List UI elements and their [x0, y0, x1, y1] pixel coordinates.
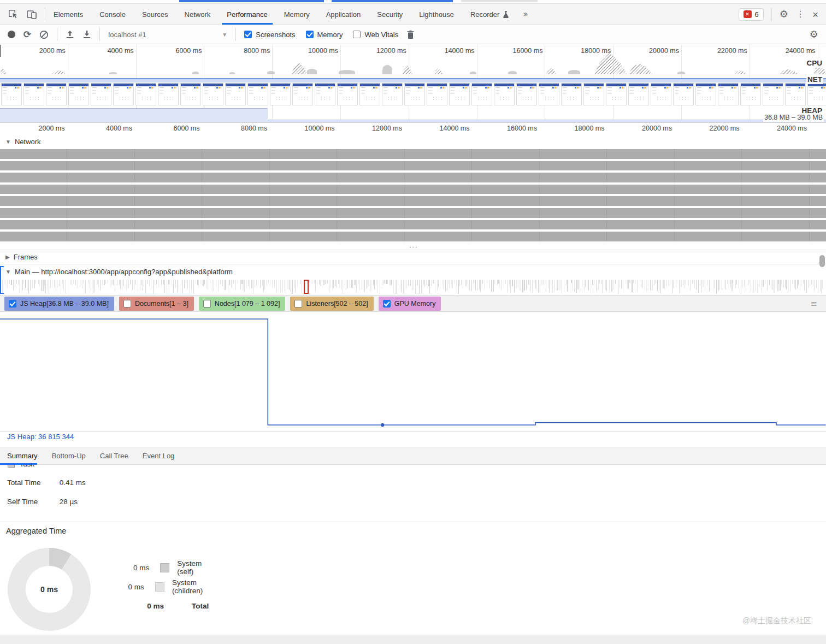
screenshot-thumbnail[interactable] [292, 83, 313, 105]
checkbox-box-memory[interactable] [306, 31, 314, 38]
tab-elements[interactable]: Elements [45, 4, 91, 25]
tab-recorder[interactable]: Recorder [462, 4, 517, 25]
screenshot-thumbnail[interactable] [718, 83, 739, 105]
screenshot-thumbnail[interactable] [113, 83, 134, 105]
screenshot-thumbnail[interactable] [449, 83, 470, 105]
network-request-row[interactable] [0, 208, 826, 218]
checkbox-web-vitals[interactable]: Web Vitals [353, 31, 398, 39]
checkbox-box-screenshots[interactable] [244, 31, 252, 38]
screenshot-thumbnail[interactable] [247, 83, 268, 105]
screenshot-thumbnail[interactable] [158, 83, 179, 105]
tab-performance[interactable]: Performance [219, 4, 275, 25]
screenshot-thumbnail[interactable] [225, 83, 246, 105]
screenshot-thumbnail[interactable] [673, 83, 694, 105]
network-requests-track[interactable] [0, 149, 826, 249]
more-tabs-button[interactable]: » [517, 9, 533, 19]
screenshot-thumbnail[interactable] [606, 83, 627, 105]
memory-counter-chart[interactable] [0, 312, 826, 432]
counter-checkbox[interactable] [9, 300, 16, 308]
screenshot-thumbnail[interactable] [359, 83, 380, 105]
screenshot-thumbnail[interactable] [516, 83, 537, 105]
load-profile-icon[interactable] [66, 30, 74, 39]
counter-chip-documents[interactable]: Documents[1 – 3] [119, 297, 194, 311]
js-heap-readout-link[interactable]: JS Heap: 36 815 344 [7, 433, 74, 441]
screenshot-thumbnail[interactable] [180, 83, 201, 105]
screenshot-thumbnail[interactable] [427, 83, 447, 105]
counter-checkbox[interactable] [123, 300, 131, 308]
screenshot-thumbnail[interactable] [23, 83, 44, 105]
screenshot-thumbnail[interactable] [539, 83, 559, 105]
network-request-row[interactable] [0, 220, 826, 230]
reload-and-record-icon[interactable]: ⟳ [23, 30, 31, 39]
vertical-scrollbar-thumb[interactable] [819, 255, 825, 267]
screenshot-thumbnail[interactable] [695, 83, 716, 105]
details-tab-summary[interactable]: Summary [0, 447, 45, 464]
screenshot-thumbnail[interactable] [404, 83, 425, 105]
legend-menu-icon[interactable]: ≡ [810, 299, 822, 309]
screenshot-thumbnail[interactable] [471, 83, 492, 105]
kebab-menu-icon[interactable]: ⋮ [796, 10, 805, 19]
tab-application[interactable]: Application [318, 4, 369, 25]
network-request-row[interactable] [0, 196, 826, 206]
timeline-overview[interactable]: 2000 ms4000 ms6000 ms8000 ms10000 ms1200… [0, 45, 826, 123]
tab-memory[interactable]: Memory [276, 4, 318, 25]
network-section-header[interactable]: ▼ Network [5, 138, 41, 146]
screenshot-thumbnail[interactable] [337, 83, 358, 105]
counter-chip-nodes[interactable]: Nodes[1 079 – 1 092] [199, 297, 286, 311]
device-toolbar-icon[interactable] [26, 9, 37, 20]
clear-recording-icon[interactable] [39, 30, 49, 39]
checkbox-screenshots[interactable]: Screenshots [244, 31, 295, 39]
network-request-row[interactable] [0, 149, 826, 159]
details-tab-event-log[interactable]: Event Log [135, 447, 182, 464]
screenshot-thumbnail[interactable] [583, 83, 604, 105]
frames-section-header[interactable]: ▶ Frames [5, 253, 38, 261]
counter-checkbox[interactable] [294, 300, 302, 308]
bottom-scrollbar-track[interactable] [0, 635, 826, 644]
close-devtools-icon[interactable]: × [812, 9, 818, 20]
tab-network[interactable]: Network [176, 4, 219, 25]
screenshot-thumbnail[interactable] [785, 83, 806, 105]
screenshot-thumbnail[interactable] [740, 83, 761, 105]
screenshot-thumbnail[interactable] [68, 83, 89, 105]
screenshot-thumbnail[interactable] [46, 83, 67, 105]
long-task-red-marker[interactable] [304, 280, 309, 294]
trash-icon[interactable] [406, 30, 415, 39]
checkbox-memory[interactable]: Memory [306, 31, 343, 39]
tab-lighthouse[interactable]: Lighthouse [411, 4, 462, 25]
details-tab-call-tree[interactable]: Call Tree [93, 447, 135, 464]
screenshot-thumbnail[interactable] [382, 83, 403, 105]
tab-sources[interactable]: Sources [134, 4, 176, 25]
main-section-header[interactable]: ▼ Main — http://localhost:3000/app/appco… [5, 268, 233, 276]
capture-settings-gear-icon[interactable]: ⚙ [810, 29, 818, 39]
inspect-element-icon[interactable] [8, 9, 19, 20]
screenshot-thumbnail[interactable] [315, 83, 335, 105]
screenshot-thumbnail[interactable] [494, 83, 515, 105]
settings-gear-icon[interactable]: ⚙ [780, 9, 788, 19]
screenshot-thumbnail[interactable] [135, 83, 156, 105]
tab-security[interactable]: Security [369, 4, 411, 25]
tab-console[interactable]: Console [91, 4, 134, 25]
counter-chip-js-heap[interactable]: JS Heap[36.8 MB – 39.0 MB] [4, 297, 114, 311]
checkbox-box-web-vitals[interactable] [353, 31, 361, 38]
counter-chip-listeners[interactable]: Listeners[502 – 502] [290, 297, 373, 311]
screenshot-thumbnail[interactable] [651, 83, 671, 105]
profile-select[interactable]: localhost #1 ▼ [108, 31, 227, 39]
console-errors-badge[interactable]: ✕ 6 [739, 8, 764, 21]
screenshot-thumbnail[interactable] [807, 83, 826, 105]
counter-chip-gpu-memory[interactable]: GPU Memory [379, 297, 441, 311]
main-thread-activity[interactable] [0, 280, 826, 294]
network-request-row[interactable] [0, 173, 826, 182]
details-tab-bottom-up[interactable]: Bottom-Up [45, 447, 93, 464]
counter-checkbox[interactable] [383, 300, 391, 308]
screenshot-thumbnail[interactable] [763, 83, 783, 105]
save-profile-icon[interactable] [82, 30, 91, 39]
network-request-row[interactable] [0, 161, 826, 171]
screenshot-thumbnail[interactable] [561, 83, 582, 105]
screenshot-thumbnail[interactable] [203, 83, 223, 105]
record-button[interactable] [8, 31, 15, 38]
screenshot-thumbnail[interactable] [270, 83, 291, 105]
network-request-row[interactable] [0, 185, 826, 194]
screenshot-thumbnail[interactable] [628, 83, 649, 105]
screenshot-thumbnail[interactable] [1, 83, 22, 105]
counter-checkbox[interactable] [203, 300, 211, 308]
